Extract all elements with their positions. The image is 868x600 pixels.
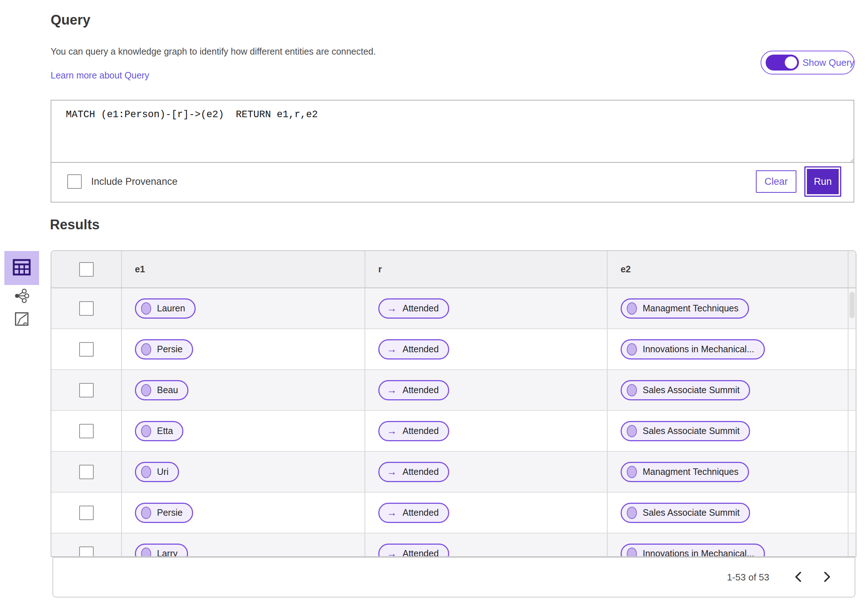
entity-node-icon (627, 466, 637, 478)
cell-e2: Sales Associate Summit (607, 492, 848, 533)
run-button[interactable]: Run (804, 167, 841, 197)
entity-pill[interactable]: Managment Techniques (621, 462, 749, 482)
entity-node-icon (141, 466, 151, 478)
graph-view-button[interactable] (5, 285, 39, 308)
entity-label: Sales Associate Summit (643, 426, 739, 436)
relation-label: Attended (403, 467, 439, 477)
relation-pill[interactable]: → Attended (378, 544, 449, 557)
row-checkbox[interactable] (79, 424, 94, 438)
prev-page-button[interactable] (784, 567, 813, 588)
row-checkbox[interactable] (79, 465, 94, 479)
entity-label: Sales Associate Summit (643, 508, 739, 518)
query-title: Query (51, 12, 91, 28)
entity-pill[interactable]: Persie (135, 503, 193, 523)
entity-pill[interactable]: Etta (135, 421, 183, 441)
next-page-button[interactable] (813, 567, 842, 588)
learn-more-link[interactable]: Learn more about Query (51, 70, 149, 81)
row-checkbox-cell (52, 411, 122, 451)
relation-pill[interactable]: → Attended (378, 421, 449, 441)
relation-arrow-icon: → (386, 548, 397, 557)
table-row: Etta → Attended Sales Associate Summit (52, 411, 856, 452)
row-checkbox[interactable] (79, 383, 94, 397)
relation-label: Attended (403, 426, 439, 436)
cell-r: → Attended (365, 492, 607, 533)
table-row: Beau → Attended Sales Associate Summit (52, 370, 856, 411)
entity-label: Beau (157, 385, 178, 395)
entity-pill[interactable]: Managment Techniques (621, 298, 749, 319)
entity-node-icon (141, 302, 151, 315)
pagination-bar: 1-53 of 53 (53, 557, 855, 597)
entity-label: Managment Techniques (643, 303, 739, 314)
row-checkbox-cell (52, 533, 122, 557)
table-view-button[interactable] (5, 251, 39, 285)
relation-pill[interactable]: → Attended (378, 503, 449, 523)
select-all-checkbox[interactable] (79, 262, 94, 277)
query-panel: MATCH (e1:Person)-[r]->(e2) RETURN e1,r,… (51, 100, 854, 203)
table-header-row: e1 r e2 (52, 251, 856, 288)
entity-pill[interactable]: Lauren (135, 298, 195, 319)
results-table: e1 r e2 Lauren → Attended Managment Tech… (51, 250, 856, 557)
entity-label: Persie (157, 344, 183, 355)
relation-label: Attended (403, 303, 439, 314)
entity-pill[interactable]: Larry (135, 544, 188, 557)
chevron-right-icon (823, 571, 831, 584)
cell-e2: Sales Associate Summit (607, 411, 848, 451)
cell-e2: Sales Associate Summit (607, 370, 848, 410)
row-checkbox-cell (52, 492, 122, 533)
toggle-knob (785, 56, 797, 69)
entity-pill[interactable]: Sales Associate Summit (621, 503, 750, 523)
relation-label: Attended (403, 508, 439, 518)
toggle-switch-icon[interactable] (766, 55, 799, 71)
entity-node-icon (627, 425, 637, 437)
relation-arrow-icon: → (386, 303, 397, 314)
entity-pill[interactable]: Beau (135, 380, 188, 400)
entity-pill[interactable]: Persie (135, 339, 193, 359)
results-title: Results (50, 217, 100, 233)
cell-e1: Lauren (122, 288, 365, 329)
cell-e2: Managment Techniques (607, 288, 848, 329)
entity-label: Persie (157, 508, 183, 518)
relation-pill[interactable]: → Attended (378, 339, 449, 359)
entity-node-icon (627, 343, 637, 356)
cell-e1: Beau (122, 370, 365, 410)
cell-r: → Attended (365, 288, 607, 329)
table-row: Persie → Attended Innovations in Mechani… (52, 329, 856, 370)
show-query-toggle[interactable]: Show Query (760, 51, 854, 74)
chart-view-icon (15, 312, 29, 327)
row-checkbox[interactable] (79, 301, 94, 316)
include-provenance-checkbox[interactable] (67, 174, 82, 189)
entity-pill[interactable]: Innovations in Mechanical... (621, 339, 765, 359)
chevron-left-icon (794, 571, 802, 584)
column-header-e2: e2 (607, 251, 848, 288)
table-row: Larry → Attended Innovations in Mechanic… (52, 533, 856, 557)
row-checkbox[interactable] (79, 547, 94, 557)
relation-arrow-icon: → (386, 426, 397, 436)
row-checkbox[interactable] (79, 506, 94, 520)
relation-pill[interactable]: → Attended (378, 380, 449, 400)
header-checkbox-cell (52, 251, 122, 288)
relation-pill[interactable]: → Attended (378, 298, 449, 319)
relation-arrow-icon: → (386, 344, 397, 355)
relation-pill[interactable]: → Attended (378, 462, 449, 482)
cell-e1: Uri (122, 452, 365, 492)
entity-pill[interactable]: Sales Associate Summit (621, 421, 750, 441)
row-checkbox-cell (52, 452, 122, 492)
entity-pill[interactable]: Innovations in Mechanical... (621, 544, 765, 557)
clear-button[interactable]: Clear (756, 170, 797, 193)
scrollbar-thumb[interactable] (850, 292, 854, 318)
table-row: Uri → Attended Managment Techniques (52, 452, 856, 492)
entity-pill[interactable]: Sales Associate Summit (621, 380, 750, 400)
cell-e2: Innovations in Mechanical... (607, 329, 848, 369)
cell-r: → Attended (365, 452, 607, 492)
row-checkbox-cell (52, 329, 122, 369)
relation-arrow-icon: → (386, 467, 397, 477)
entity-node-icon (627, 302, 637, 315)
entity-pill[interactable]: Uri (135, 462, 179, 482)
relation-label: Attended (403, 344, 439, 355)
column-header-e1: e1 (122, 251, 365, 288)
query-input[interactable]: MATCH (e1:Person)-[r]->(e2) RETURN e1,r,… (52, 100, 854, 163)
row-checkbox[interactable] (79, 342, 94, 357)
entity-label: Etta (157, 426, 173, 436)
cell-e1: Persie (122, 329, 365, 369)
chart-view-button[interactable] (5, 308, 39, 331)
